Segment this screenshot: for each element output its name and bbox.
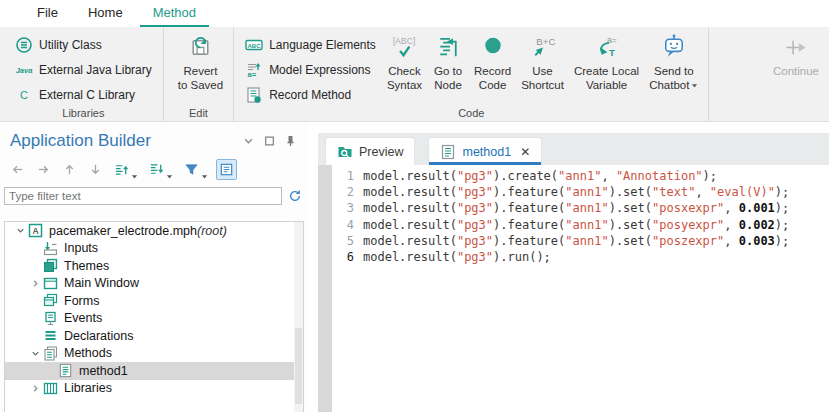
tree-item-main-window[interactable]: Main Window bbox=[5, 275, 303, 293]
chevron-down-icon[interactable] bbox=[243, 135, 254, 147]
tree-item-methods[interactable]: Methods bbox=[5, 345, 303, 363]
ribbon-button-create-local-variable[interactable]: a=TCreate LocalVariable bbox=[571, 30, 642, 92]
ribbon-stack: ABCLanguage Elementsa=Model ExpressionsR… bbox=[241, 30, 380, 107]
ribbon-button-use-shortcut[interactable]: B+CUseShortcut bbox=[518, 30, 567, 92]
tree-item-label: Inputs bbox=[64, 241, 98, 255]
ribbon-button-external-java-library[interactable]: JavaExternal Java Library bbox=[11, 57, 156, 82]
tree-expander-spacer bbox=[28, 241, 42, 255]
code-segment: ); bbox=[775, 201, 789, 215]
tree-expander-collapsed[interactable] bbox=[28, 381, 42, 395]
code-text: model.result("pg3").feature("ann1").set(… bbox=[363, 233, 789, 249]
tree-item-declarations[interactable]: Declarations bbox=[5, 327, 303, 345]
ribbon-button-external-c-library[interactable]: CExternal C Library bbox=[11, 82, 156, 107]
svg-text:ABC: ABC bbox=[248, 42, 262, 48]
panel-window-controls bbox=[243, 135, 296, 147]
refresh-icon[interactable] bbox=[288, 189, 302, 203]
tree-expander-expanded[interactable] bbox=[28, 346, 42, 360]
code-segment: ).set( bbox=[609, 201, 652, 215]
tree-item-events[interactable]: Events bbox=[5, 310, 303, 328]
arrow-left-icon bbox=[10, 162, 25, 177]
menu-tab-method[interactable]: Method bbox=[140, 0, 209, 27]
ribbon-button-check-syntax[interactable]: [ABC]CheckSyntax bbox=[384, 30, 425, 92]
toolbar-expand-list-button[interactable] bbox=[111, 159, 141, 180]
ribbon-button-revert-to-saved[interactable]: Revertto Saved bbox=[175, 30, 226, 92]
toolbar-move-up-button[interactable] bbox=[59, 159, 80, 180]
code-segment: , bbox=[724, 201, 738, 215]
toolbar-back-button[interactable] bbox=[7, 159, 28, 180]
code-segment: ).feature( bbox=[493, 234, 565, 248]
ribbon-group-edit: Revertto SavedEdit bbox=[164, 27, 234, 121]
code-segment: "pg3" bbox=[457, 169, 493, 183]
tree-scrollbar[interactable] bbox=[294, 222, 303, 412]
editor-tab-label: Preview bbox=[359, 145, 403, 159]
tree-item-label: Methods bbox=[64, 346, 112, 360]
tree-item-forms[interactable]: Forms bbox=[5, 292, 303, 310]
code-line[interactable]: 4model.result("pg3").feature("ann1").set… bbox=[318, 217, 829, 233]
code-line[interactable]: 2model.result("pg3").feature("ann1").set… bbox=[318, 184, 829, 200]
editor-tab-method1[interactable]: method1✕ bbox=[428, 137, 542, 165]
code-segment: , bbox=[695, 185, 709, 199]
toolbar-editor-toggle-button[interactable] bbox=[216, 159, 237, 180]
java-library-icon: Java bbox=[15, 61, 33, 79]
menu-bar: FileHomeMethod bbox=[0, 0, 829, 27]
filter-input[interactable] bbox=[4, 187, 282, 205]
record-method-icon bbox=[245, 86, 263, 104]
tree-item-inputs[interactable]: Inputs bbox=[5, 240, 303, 258]
ribbon-button-label: Language Elements bbox=[269, 38, 376, 52]
tree-item-themes[interactable]: Themes bbox=[5, 257, 303, 275]
svg-text:A: A bbox=[32, 226, 38, 236]
toolbar-move-down-button[interactable] bbox=[85, 159, 106, 180]
model-expressions-icon: a= bbox=[245, 61, 263, 79]
tree-item-method1[interactable]: method1 bbox=[5, 362, 303, 380]
code-editor[interactable]: 1model.result("pg3").create("ann1", "Ann… bbox=[318, 165, 829, 412]
tree-expander-collapsed[interactable] bbox=[28, 276, 42, 290]
code-segment: ).feature( bbox=[493, 185, 565, 199]
toolbar-forward-button[interactable] bbox=[33, 159, 54, 180]
code-segment: "ann1" bbox=[565, 234, 608, 248]
code-line[interactable]: 1model.result("pg3").create("ann1", "Ann… bbox=[318, 168, 829, 184]
code-segment: ); bbox=[775, 185, 789, 199]
ribbon-button-utility-class[interactable]: Utility Class bbox=[11, 32, 156, 57]
code-line[interactable]: 5model.result("pg3").feature("ann1").set… bbox=[318, 233, 829, 249]
ribbon-button-label: Chatbot bbox=[649, 79, 689, 91]
ribbon-stack: Utility ClassJavaExternal Java LibraryCE… bbox=[11, 30, 156, 107]
code-line[interactable]: 3model.result("pg3").feature("ann1").set… bbox=[318, 200, 829, 216]
tree-scrollbar-thumb[interactable] bbox=[295, 328, 302, 404]
menu-tab-file[interactable]: File bbox=[24, 0, 71, 27]
close-icon[interactable]: ✕ bbox=[520, 145, 530, 159]
ribbon-button-go-to-node[interactable]: Go toNode bbox=[429, 30, 467, 92]
ribbon-button-model-expressions[interactable]: a=Model Expressions bbox=[241, 57, 380, 82]
tree-item-libraries[interactable]: Libraries bbox=[5, 380, 303, 398]
tree-item-label: pacemaker_electrode.mph bbox=[49, 224, 197, 238]
ribbon-button-language-elements[interactable]: ABCLanguage Elements bbox=[241, 32, 380, 57]
tree-expander-spacer bbox=[28, 294, 42, 308]
toolbar-collapse-list-button[interactable] bbox=[146, 159, 176, 180]
code-segment: "pg3" bbox=[457, 234, 493, 248]
line-number: 1 bbox=[332, 168, 354, 184]
ribbon-big-row: Continue bbox=[770, 30, 822, 79]
ribbon-button-send-to-chatbot[interactable]: Send toChatbot bbox=[646, 30, 701, 92]
tree-expander-spacer bbox=[43, 364, 57, 378]
code-line[interactable]: 6model.result("pg3").run(); bbox=[318, 249, 829, 265]
code-segment: "ann1" bbox=[558, 169, 601, 183]
pin-icon[interactable] bbox=[285, 135, 296, 147]
ribbon-button-record-method[interactable]: Record Method bbox=[241, 82, 380, 107]
line-number: 6 bbox=[332, 249, 354, 265]
editor-tab-preview[interactable]: Preview bbox=[325, 137, 415, 165]
code-segment: , bbox=[601, 169, 615, 183]
ribbon-button-record-code[interactable]: RecordCode bbox=[471, 30, 514, 92]
menu-tab-home[interactable]: Home bbox=[75, 0, 136, 27]
editor-toggle-icon bbox=[219, 162, 234, 177]
utility-class-icon bbox=[15, 36, 33, 54]
code-segment: "ann1" bbox=[565, 218, 608, 232]
code-segment: "posyexpr" bbox=[652, 218, 724, 232]
ribbon-button-label: Record bbox=[474, 65, 511, 77]
application-builder-panel: Application Builder Apacemaker_electrode… bbox=[0, 122, 308, 412]
code-text: model.result("pg3").create("ann1", "Anno… bbox=[363, 168, 717, 184]
tree-expander-expanded[interactable] bbox=[13, 224, 27, 238]
tree-item-pacemaker-electrode-mph[interactable]: Apacemaker_electrode.mph (root) bbox=[5, 222, 303, 240]
ribbon-button-label: Go to bbox=[434, 65, 462, 77]
float-window-icon[interactable] bbox=[264, 135, 275, 147]
arrow-down-icon bbox=[88, 162, 103, 177]
toolbar-filter-button[interactable] bbox=[181, 159, 211, 180]
